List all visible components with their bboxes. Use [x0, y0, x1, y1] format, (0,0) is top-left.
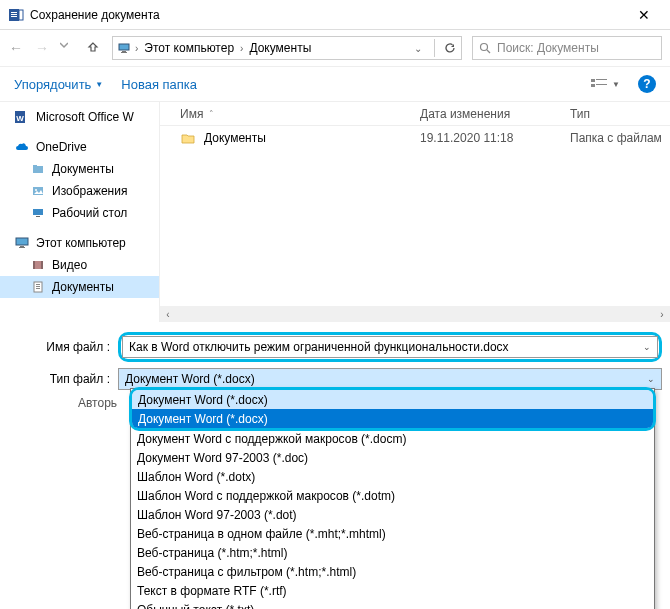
option-doc97[interactable]: Документ Word 97-2003 (*.doc)	[131, 448, 654, 467]
forward-button[interactable]: →	[34, 40, 50, 56]
scroll-right[interactable]: ›	[654, 306, 670, 322]
authors-label: Авторь	[78, 396, 117, 410]
svg-rect-10	[591, 79, 595, 82]
option-mht[interactable]: Веб-страница в одном файле (*.mht;*.mhtm…	[131, 524, 654, 543]
option-dotm[interactable]: Шаблон Word с поддержкой макросов (*.dot…	[131, 486, 654, 505]
help-button[interactable]: ?	[638, 75, 656, 93]
chevron-down-icon[interactable]: ⌄	[647, 374, 655, 384]
svg-rect-23	[20, 246, 24, 247]
svg-rect-4	[19, 10, 23, 20]
sidebar-item-thispc[interactable]: Этот компьютер	[0, 232, 159, 254]
option-docm[interactable]: Документ Word с поддержкой макросов (*.d…	[131, 429, 654, 448]
sidebar-item-od-desktop[interactable]: Рабочий стол	[0, 202, 159, 224]
option-rtf[interactable]: Текст в формате RTF (*.rtf)	[131, 581, 654, 600]
new-folder-button[interactable]: Новая папка	[121, 77, 197, 92]
chevron-down-icon: ▼	[612, 80, 620, 89]
sidebar-item-onedrive[interactable]: OneDrive	[0, 136, 159, 158]
crumb-pc[interactable]: Этот компьютер	[142, 41, 236, 55]
col-type[interactable]: Тип	[570, 107, 670, 121]
app-icon	[8, 7, 24, 23]
svg-rect-7	[121, 52, 127, 53]
window-title: Сохранение документа	[30, 8, 626, 22]
back-button[interactable]: ←	[8, 40, 24, 56]
refresh-button[interactable]	[443, 41, 457, 55]
option-docx[interactable]: Документ Word (*.docx)	[132, 390, 653, 409]
chevron-down-icon: ▼	[95, 80, 103, 89]
option-htm-filtered[interactable]: Веб-страница с фильтром (*.htm;*.html)	[131, 562, 654, 581]
view-options-button[interactable]: ▼	[590, 77, 620, 91]
crumb-docs[interactable]: Документы	[247, 41, 313, 55]
path-dropdown[interactable]: ⌄	[410, 43, 426, 54]
word-icon: W	[14, 109, 30, 125]
recent-dropdown[interactable]	[60, 40, 76, 56]
onedrive-icon	[14, 139, 30, 155]
sidebar: W Microsoft Office W OneDrive Документы …	[0, 102, 160, 322]
pc-icon	[14, 235, 30, 251]
chevron-right-icon: ›	[135, 43, 138, 54]
table-row[interactable]: Документы 19.11.2020 11:18 Папка с файла…	[160, 126, 670, 150]
svg-rect-17	[33, 165, 37, 167]
search-placeholder: Поиск: Документы	[497, 41, 599, 55]
svg-rect-2	[11, 14, 17, 15]
pc-icon	[117, 41, 131, 55]
svg-rect-26	[33, 261, 35, 269]
file-list: Имя˄ Дата изменения Тип Документы 19.11.…	[160, 102, 670, 322]
close-button[interactable]: ✕	[626, 7, 662, 23]
option-txt[interactable]: Обычный текст (*.txt)	[131, 600, 654, 609]
filename-label: Имя файл :	[8, 340, 118, 354]
svg-rect-1	[11, 12, 17, 13]
svg-line-9	[487, 50, 490, 53]
svg-rect-13	[596, 84, 607, 85]
sidebar-item-od-images[interactable]: Изображения	[0, 180, 159, 202]
option-dotx[interactable]: Шаблон Word (*.dotx)	[131, 467, 654, 486]
sidebar-item-video[interactable]: Видео	[0, 254, 159, 276]
horizontal-scrollbar[interactable]: ‹ ›	[160, 306, 670, 322]
option-htm[interactable]: Веб-страница (*.htm;*.html)	[131, 543, 654, 562]
video-icon	[30, 257, 46, 273]
option-docx-2[interactable]: Документ Word (*.docx)	[132, 409, 653, 428]
svg-rect-16	[33, 166, 43, 173]
svg-rect-29	[36, 284, 40, 285]
svg-rect-21	[36, 216, 40, 217]
col-name[interactable]: Имя	[180, 107, 203, 121]
option-dot97[interactable]: Шаблон Word 97-2003 (*.dot)	[131, 505, 654, 524]
filetype-label: Тип файл :	[8, 372, 118, 386]
up-button[interactable]	[86, 40, 102, 56]
svg-rect-20	[33, 209, 43, 215]
svg-text:W: W	[16, 114, 24, 123]
svg-rect-5	[119, 44, 129, 50]
search-input[interactable]: Поиск: Документы	[472, 36, 662, 60]
desktop-icon	[30, 205, 46, 221]
sidebar-item-word[interactable]: W Microsoft Office W	[0, 106, 159, 128]
svg-rect-31	[36, 288, 40, 289]
search-icon	[479, 42, 491, 54]
svg-rect-3	[11, 16, 17, 17]
filename-input[interactable]: Как в Word отключить режим ограниченной …	[122, 336, 658, 358]
svg-point-8	[481, 44, 488, 51]
svg-rect-27	[41, 261, 43, 269]
organize-menu[interactable]: Упорядочить ▼	[14, 77, 103, 92]
breadcrumb[interactable]: › Этот компьютер › Документы ⌄	[112, 36, 462, 60]
svg-rect-11	[596, 79, 607, 80]
svg-rect-22	[16, 238, 28, 245]
col-date[interactable]: Дата изменения	[420, 107, 570, 121]
svg-point-19	[35, 189, 37, 191]
folder-icon	[180, 130, 196, 146]
svg-rect-6	[122, 51, 126, 52]
svg-rect-30	[36, 286, 40, 287]
images-icon	[30, 183, 46, 199]
sidebar-item-od-docs[interactable]: Документы	[0, 158, 159, 180]
sort-indicator: ˄	[209, 109, 214, 119]
chevron-right-icon: ›	[240, 43, 243, 54]
scroll-left[interactable]: ‹	[160, 306, 176, 322]
docs-icon	[30, 279, 46, 295]
folder-icon	[30, 161, 46, 177]
sidebar-item-docs[interactable]: Документы	[0, 276, 159, 298]
filetype-dropdown: Документ Word (*.docx) Документ Word (*.…	[130, 388, 655, 609]
svg-rect-24	[19, 247, 25, 248]
chevron-down-icon[interactable]: ⌄	[643, 342, 651, 352]
svg-rect-12	[591, 84, 595, 87]
